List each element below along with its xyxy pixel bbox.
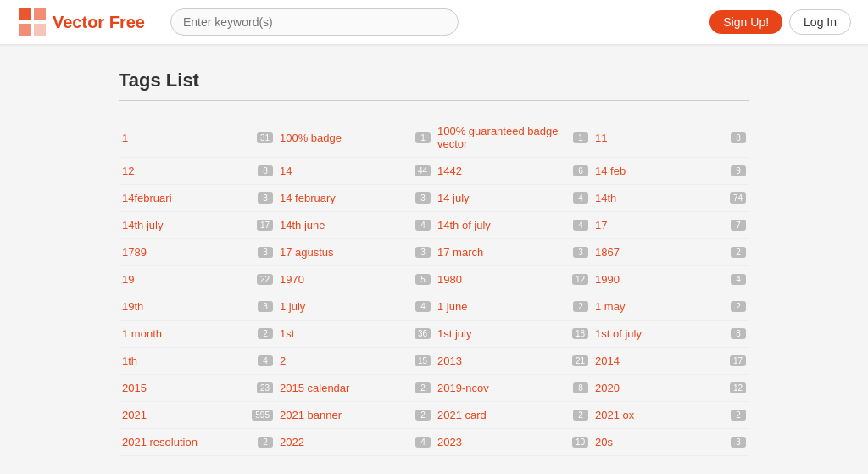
tag-link[interactable]: 14februari	[122, 192, 254, 204]
tag-link[interactable]: 1 may	[595, 300, 727, 313]
tag-count: 31	[257, 132, 273, 143]
tag-link[interactable]: 2023	[437, 436, 569, 449]
tag-link[interactable]: 17 agustus	[280, 246, 412, 259]
tag-link[interactable]: 14	[280, 165, 411, 177]
tag-link[interactable]: 2020	[595, 382, 726, 394]
tag-link[interactable]: 100% guaranteed badge vector	[437, 125, 570, 150]
tag-link[interactable]: 1st july	[437, 327, 569, 340]
tag-link[interactable]: 2021 ox	[595, 409, 727, 421]
tag-link[interactable]: 1789	[122, 246, 254, 259]
tag-cell: 20s3	[592, 429, 749, 456]
tag-count: 2	[258, 328, 273, 339]
tag-link[interactable]: 2021 banner	[280, 409, 412, 421]
tag-link[interactable]: 14th june	[280, 219, 412, 231]
tag-link[interactable]: 20s	[595, 436, 727, 449]
tag-link[interactable]: 1 july	[280, 300, 412, 313]
tag-link[interactable]: 1990	[595, 273, 727, 286]
tag-link[interactable]: 2013	[437, 354, 569, 367]
tag-link[interactable]: 1867	[595, 246, 727, 259]
tag-count: 8	[258, 165, 273, 176]
tag-count: 3	[415, 247, 431, 258]
tag-link[interactable]: 17	[595, 219, 727, 231]
tag-count: 4	[731, 274, 746, 285]
tag-link[interactable]: 14th of july	[437, 219, 570, 231]
tag-link[interactable]: 2015 calendar	[280, 382, 412, 394]
tag-count: 12	[572, 274, 588, 285]
search-input[interactable]	[170, 8, 459, 36]
tag-link[interactable]: 1	[122, 131, 253, 144]
tag-link[interactable]: 100% badge	[280, 131, 412, 144]
tag-link[interactable]: 1 month	[122, 327, 254, 340]
svg-rect-2	[19, 24, 31, 36]
tag-cell: 100% guaranteed badge vector1	[434, 118, 592, 158]
tag-count: 74	[730, 192, 746, 204]
tag-link[interactable]: 2014	[595, 354, 726, 367]
signup-button[interactable]: Sign Up!	[709, 10, 782, 34]
tag-link[interactable]: 2019-ncov	[437, 382, 570, 394]
tag-link[interactable]: 1st of july	[595, 327, 727, 340]
tag-count: 8	[731, 132, 746, 143]
tag-count: 17	[730, 355, 746, 366]
tag-link[interactable]: 2021	[122, 409, 248, 421]
tag-cell: 202012	[592, 375, 749, 402]
tag-count: 15	[415, 355, 431, 366]
tag-cell: 198012	[434, 266, 592, 293]
tag-count: 3	[731, 437, 746, 448]
tag-count: 1	[573, 132, 588, 143]
tag-link[interactable]: 2015	[122, 382, 253, 394]
svg-rect-0	[19, 8, 31, 20]
tag-count: 2	[731, 301, 746, 312]
tag-link[interactable]: 14 february	[280, 192, 412, 204]
tag-cell: 1 july4	[276, 293, 434, 321]
tag-count: 21	[572, 355, 588, 366]
logo-text: Vector Free	[53, 13, 145, 32]
svg-rect-1	[34, 8, 46, 20]
login-button[interactable]: Log In	[789, 9, 851, 35]
tag-link[interactable]: 14 feb	[595, 165, 727, 177]
page-title: Tags List	[119, 70, 749, 92]
tag-cell: 177	[592, 212, 749, 239]
tag-link[interactable]: 14th july	[122, 219, 253, 231]
tag-link[interactable]: 1980	[437, 273, 569, 286]
tag-cell: 100% badge1	[276, 118, 434, 158]
tag-cell: 131	[119, 118, 276, 158]
tag-link[interactable]: 14th	[595, 192, 726, 204]
tag-count: 3	[258, 192, 273, 204]
tag-count: 2	[258, 437, 273, 448]
tag-cell: 2021 banner2	[276, 402, 434, 429]
tag-link[interactable]: 17 march	[437, 246, 570, 259]
tag-count: 6	[573, 165, 588, 176]
tag-link[interactable]: 14 july	[437, 192, 570, 204]
tag-count: 4	[415, 220, 431, 231]
tag-cell: 14426	[434, 158, 592, 185]
tag-count: 1	[415, 132, 431, 143]
tag-count: 3	[415, 192, 431, 204]
tag-link[interactable]: 1970	[280, 273, 412, 286]
tag-count: 7	[731, 220, 746, 231]
tag-link[interactable]: 19	[122, 273, 253, 286]
tag-link[interactable]: 2021 resolution	[122, 436, 254, 449]
tag-cell: 2015 calendar2	[276, 375, 434, 402]
tag-cell: 1922	[119, 266, 276, 293]
tag-cell: 14th74	[592, 185, 749, 212]
tag-link[interactable]: 19th	[122, 300, 254, 313]
tag-count: 5	[415, 274, 431, 285]
tag-count: 3	[258, 301, 273, 312]
tag-link[interactable]: 1th	[122, 354, 254, 367]
tag-link[interactable]: 12	[122, 165, 254, 177]
tag-link[interactable]: 1 june	[437, 300, 570, 313]
tag-count: 44	[415, 165, 431, 176]
logo-icon	[17, 7, 47, 37]
tag-link[interactable]: 2	[280, 354, 411, 367]
tag-link[interactable]: 2022	[280, 436, 412, 449]
tag-link[interactable]: 11	[595, 131, 727, 144]
tag-link[interactable]: 1st	[280, 327, 411, 340]
tag-count: 2	[731, 410, 746, 421]
tag-cell: 20224	[276, 429, 434, 456]
tag-link[interactable]: 2021 card	[437, 409, 570, 421]
tag-cell: 1st july18	[434, 321, 592, 348]
tag-count: 4	[573, 220, 588, 231]
tag-cell: 2021 ox2	[592, 402, 749, 429]
tag-cell: 2021595	[119, 402, 276, 429]
tag-link[interactable]: 1442	[437, 165, 570, 177]
